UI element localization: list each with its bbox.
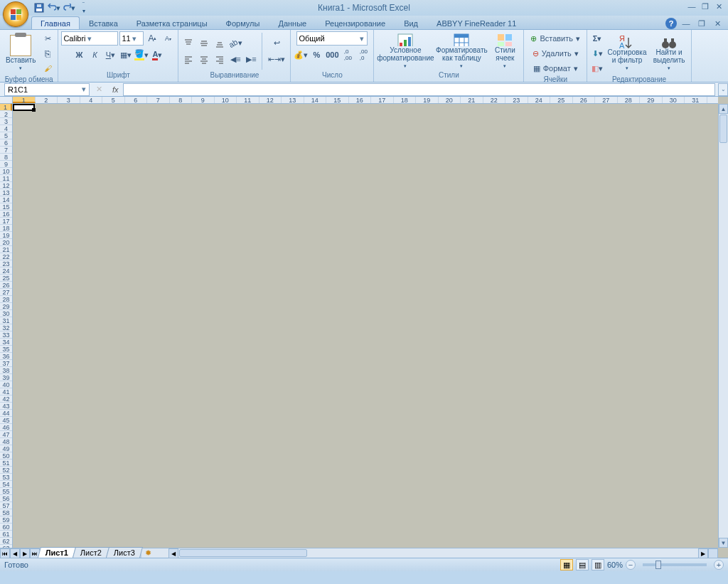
zoom-in-button[interactable]: + xyxy=(714,560,724,570)
sheet-tab[interactable]: Лист2 xyxy=(73,547,109,558)
column-header[interactable]: 14 xyxy=(304,97,327,103)
column-header[interactable]: 22 xyxy=(483,97,506,103)
row-header[interactable]: 62 xyxy=(0,538,12,545)
bold-button[interactable]: Ж xyxy=(72,48,86,62)
zoom-out-button[interactable]: − xyxy=(626,560,636,570)
page-break-view-button[interactable]: ▥ xyxy=(592,559,604,570)
scroll-down-button[interactable]: ▼ xyxy=(719,538,728,548)
row-header[interactable]: 54 xyxy=(0,481,12,488)
align-center-button[interactable] xyxy=(197,53,211,67)
row-header[interactable]: 19 xyxy=(0,232,12,239)
row-header[interactable]: 51 xyxy=(0,460,12,467)
column-header[interactable]: 17 xyxy=(371,97,394,103)
format-cells-button[interactable]: ▦Формат▾ xyxy=(530,61,582,75)
column-header[interactable]: 27 xyxy=(595,97,618,103)
close-button[interactable]: ✕ xyxy=(712,1,725,11)
prev-sheet-button[interactable]: ◀ xyxy=(10,548,20,558)
column-header[interactable]: 28 xyxy=(618,97,641,103)
tab-главная[interactable]: Главная xyxy=(31,16,80,29)
row-header[interactable]: 21 xyxy=(0,246,12,253)
decrease-decimal-button[interactable]: ,00,0 xyxy=(356,48,370,62)
row-header[interactable]: 59 xyxy=(0,516,12,524)
percent-button[interactable]: % xyxy=(309,48,323,62)
column-header[interactable]: 31 xyxy=(685,97,707,103)
font-color-button[interactable]: A▾ xyxy=(150,48,164,62)
tab-рецензирование[interactable]: Рецензирование xyxy=(316,16,395,29)
row-header[interactable]: 53 xyxy=(0,474,12,481)
row-header[interactable]: 44 xyxy=(0,410,12,417)
insert-cells-button[interactable]: ⊕Вставить▾ xyxy=(527,31,584,46)
italic-button[interactable]: К xyxy=(87,48,102,62)
row-header[interactable]: 16 xyxy=(0,211,12,218)
office-button[interactable] xyxy=(3,1,28,27)
minimize-button[interactable]: — xyxy=(685,1,698,11)
copy-button[interactable]: ⎘ xyxy=(41,46,55,60)
row-header[interactable]: 9 xyxy=(0,161,12,168)
row-header[interactable]: 28 xyxy=(0,296,12,303)
formula-input[interactable] xyxy=(123,83,715,96)
row-header[interactable]: 13 xyxy=(0,189,12,196)
column-header[interactable]: 26 xyxy=(573,97,596,103)
undo-icon[interactable]: ▾ xyxy=(48,1,60,14)
wrap-text-button[interactable]: ↩ xyxy=(266,36,287,51)
vscroll-thumb[interactable] xyxy=(719,115,727,143)
zoom-level[interactable]: 60% xyxy=(607,561,623,569)
tab-данные[interactable]: Данные xyxy=(269,16,316,29)
column-header[interactable]: 11 xyxy=(237,97,259,103)
row-header[interactable]: 58 xyxy=(0,509,12,516)
underline-button[interactable]: Ч▾ xyxy=(103,48,117,62)
column-header[interactable]: 7 xyxy=(147,97,170,103)
paste-button[interactable]: Вставить▾ xyxy=(3,33,38,73)
row-header[interactable]: 55 xyxy=(0,488,12,495)
row-header[interactable]: 15 xyxy=(0,203,12,211)
scroll-right-button[interactable]: ▶ xyxy=(698,548,708,558)
row-header[interactable]: 18 xyxy=(0,225,12,232)
tab-вставка[interactable]: Вставка xyxy=(80,16,127,29)
row-header[interactable]: 40 xyxy=(0,381,12,388)
row-header[interactable]: 3 xyxy=(0,118,12,125)
zoom-slider[interactable] xyxy=(643,563,707,566)
autosum-button[interactable]: Σ▾ xyxy=(590,31,604,46)
row-header[interactable]: 38 xyxy=(0,367,12,374)
normal-view-button[interactable]: ▦ xyxy=(560,559,573,570)
cut-button[interactable]: ✂ xyxy=(41,31,55,46)
row-header[interactable]: 22 xyxy=(0,253,12,260)
column-header[interactable]: 13 xyxy=(282,97,304,103)
row-header[interactable]: 10 xyxy=(0,168,12,175)
grow-font-button[interactable]: A▴ xyxy=(145,31,159,46)
column-header[interactable]: 15 xyxy=(326,97,349,103)
row-header[interactable]: 30 xyxy=(0,310,12,317)
row-header[interactable]: 60 xyxy=(0,524,12,531)
row-header[interactable]: 27 xyxy=(0,289,12,296)
row-header[interactable]: 41 xyxy=(0,388,12,395)
column-header[interactable]: 8 xyxy=(170,97,193,103)
column-header[interactable]: 16 xyxy=(349,97,372,103)
column-header[interactable]: 4 xyxy=(80,97,103,103)
row-header[interactable]: 46 xyxy=(0,424,12,431)
column-header[interactable]: 10 xyxy=(215,97,237,103)
cells-area[interactable] xyxy=(13,104,718,548)
tab-abbyy-finereader-11[interactable]: ABBYY FineReader 11 xyxy=(427,16,525,29)
row-header[interactable]: 14 xyxy=(0,196,12,203)
align-left-button[interactable] xyxy=(181,53,196,67)
row-header[interactable]: 61 xyxy=(0,531,12,538)
fill-color-button[interactable]: 🪣▾ xyxy=(134,48,149,62)
expand-formula-bar-button[interactable]: ⌄ xyxy=(718,83,728,96)
scroll-up-button[interactable]: ▲ xyxy=(719,104,728,114)
format-as-table-button[interactable]: Форматировать как таблицу▾ xyxy=(436,31,487,71)
qat-customize-icon[interactable]: ‾▾ xyxy=(77,1,90,14)
tab-формулы[interactable]: Формулы xyxy=(217,16,269,29)
align-top-button[interactable] xyxy=(181,36,196,51)
tab-разметка-страницы[interactable]: Разметка страницы xyxy=(127,16,217,29)
row-header[interactable]: 39 xyxy=(0,374,12,381)
row-header[interactable]: 33 xyxy=(0,331,12,339)
row-header[interactable]: 24 xyxy=(0,267,12,275)
column-header[interactable]: 5 xyxy=(102,97,125,103)
column-header[interactable]: 12 xyxy=(259,97,282,103)
format-painter-button[interactable]: 🖌 xyxy=(41,61,55,75)
delete-cells-button[interactable]: ⊖Удалить▾ xyxy=(529,46,582,60)
row-header[interactable]: 35 xyxy=(0,346,12,353)
row-header[interactable]: 48 xyxy=(0,438,12,445)
scroll-left-button[interactable]: ◀ xyxy=(168,548,178,558)
column-header[interactable]: 23 xyxy=(505,97,528,103)
